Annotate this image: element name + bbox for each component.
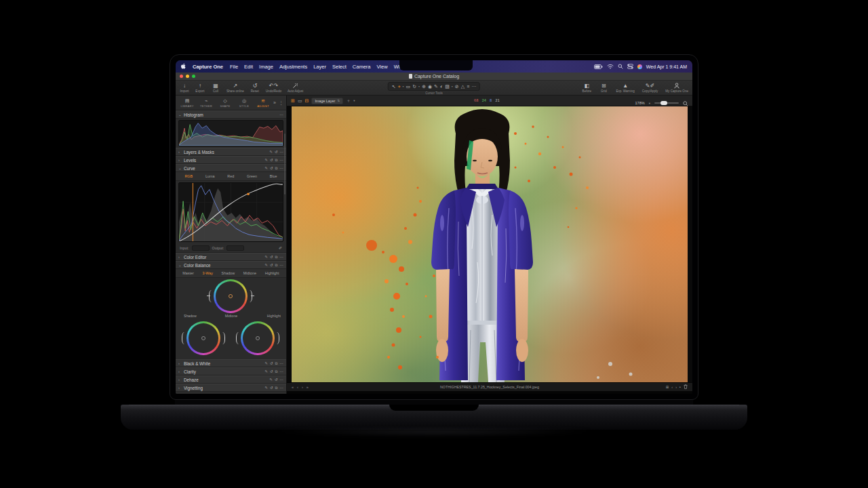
levels-panel-header[interactable]: › Levels ✎ ↺ ⧉ ⋯ bbox=[176, 156, 286, 164]
add-layer-button[interactable]: ＋ bbox=[346, 98, 351, 104]
compare-icon[interactable]: ‹ bbox=[671, 385, 673, 389]
panel-brush-icon[interactable]: ✎ bbox=[264, 166, 268, 171]
export-button[interactable]: ↑ Export bbox=[195, 83, 205, 93]
panel-brush-icon[interactable]: ✎ bbox=[264, 386, 268, 390]
import-button[interactable]: ↓ Import bbox=[180, 83, 189, 93]
menu-app-name[interactable]: Capture One bbox=[193, 64, 223, 70]
panel-brush-icon[interactable]: ✎ bbox=[264, 369, 268, 374]
rating-icon[interactable]: ▪ bbox=[679, 385, 681, 389]
annotate-tool-icon[interactable]: ≡ bbox=[467, 83, 469, 89]
panel-copy-icon[interactable]: ⧉ bbox=[275, 263, 278, 268]
last-image-icon[interactable]: » bbox=[307, 385, 309, 389]
panel-more-icon[interactable]: ⋯ bbox=[280, 113, 284, 117]
add-layer-caret-icon[interactable]: ▾ bbox=[353, 99, 355, 102]
panel-more-icon[interactable]: ⋯ bbox=[280, 150, 284, 154]
panel-reset-icon[interactable]: ↺ bbox=[270, 361, 273, 366]
proof-view-icon[interactable]: ⊟ bbox=[305, 97, 309, 104]
shadow-color-wheel[interactable] bbox=[186, 321, 220, 355]
tab-style[interactable]: ◎ STYLE bbox=[235, 98, 253, 108]
control-center-icon[interactable] bbox=[627, 64, 633, 69]
highlight-color-wheel[interactable] bbox=[241, 321, 275, 355]
panel-copy-icon[interactable]: ⧉ bbox=[275, 386, 278, 390]
vignetting-panel-header[interactable]: › Vignetting ✎↺⧉⋯ bbox=[176, 384, 286, 392]
curve-panel-header[interactable]: ⌄ Curve ✎ ↺ ⧉ ⋯ bbox=[176, 164, 286, 172]
tab-tether[interactable]: ⌁ TETHER bbox=[197, 98, 215, 108]
panel-reset-icon[interactable]: ↺ bbox=[270, 158, 273, 163]
cull-button[interactable]: ▦ Cull bbox=[211, 83, 220, 93]
first-image-icon[interactable]: « bbox=[292, 385, 294, 389]
erase-mask-tool-icon[interactable]: ◐ bbox=[440, 83, 443, 89]
color-editor-panel-header[interactable]: › Color Editor ✎ ↺ ⧉ ⋯ bbox=[176, 253, 286, 261]
reset-button[interactable]: ↺ Reset bbox=[250, 83, 260, 93]
panel-reset-icon[interactable]: ↺ bbox=[270, 166, 273, 171]
rotate-tool-icon[interactable]: ↻ bbox=[412, 83, 416, 89]
curve-tab-red[interactable]: Red bbox=[227, 174, 234, 178]
menu-edit[interactable]: Edit bbox=[244, 64, 253, 70]
panel-brush-icon[interactable]: ✎ bbox=[264, 263, 268, 268]
copy-apply-button[interactable]: ✎✐ Copy/Apply bbox=[642, 83, 658, 93]
zoom-slider[interactable] bbox=[654, 102, 679, 104]
curve-tab-green[interactable]: Green bbox=[247, 174, 257, 178]
panel-more-icon[interactable]: ⋯ bbox=[280, 369, 284, 374]
curve-output-field[interactable] bbox=[226, 245, 244, 251]
pick-color-tool-icon[interactable]: △ bbox=[461, 83, 465, 89]
battery-icon[interactable] bbox=[594, 64, 603, 69]
prev-image-icon[interactable]: ‹ bbox=[297, 385, 298, 389]
curve-point-picker-icon[interactable]: ✐ bbox=[279, 245, 282, 250]
panel-brush-icon[interactable]: ✎ bbox=[269, 150, 273, 154]
cb-tab-master[interactable]: Master bbox=[182, 271, 193, 275]
wheel-center-marker[interactable] bbox=[201, 336, 205, 340]
spot-tool-icon[interactable]: ◉ bbox=[428, 83, 432, 89]
tab-options-icon[interactable]: ⋮ bbox=[279, 100, 283, 106]
menu-bar-clock[interactable]: Wed Apr 1 9:41 AM bbox=[646, 64, 687, 69]
tab-adjust[interactable]: ≋ ADJUST bbox=[254, 98, 272, 108]
auto-adjust-button[interactable]: Auto Adjust bbox=[288, 83, 303, 93]
trash-icon[interactable] bbox=[684, 384, 688, 390]
panel-reset-icon[interactable]: ↺ bbox=[275, 150, 278, 154]
select-tool-icon[interactable]: ↖ bbox=[392, 83, 396, 89]
my-capture-one-button[interactable]: My Capture One bbox=[665, 83, 688, 93]
panel-copy-icon[interactable]: ⧉ bbox=[275, 255, 278, 260]
menu-image[interactable]: Image bbox=[259, 64, 273, 70]
panel-more-icon[interactable]: ⋯ bbox=[280, 378, 284, 382]
panel-more-icon[interactable]: ⋯ bbox=[280, 166, 284, 171]
cb-tab-3way[interactable]: 3-Way bbox=[203, 271, 213, 275]
share-online-button[interactable]: ↗ Share online bbox=[226, 83, 244, 93]
panel-copy-icon[interactable]: ⧉ bbox=[275, 361, 278, 366]
compare-next-icon[interactable]: › bbox=[675, 385, 677, 389]
radial-mask-tool-icon[interactable]: ⊘ bbox=[455, 83, 459, 89]
dehaze-panel-header[interactable]: › Dehaze ✎↺⋯ bbox=[176, 375, 286, 384]
zoom-caret-icon[interactable]: ▾ bbox=[649, 102, 650, 105]
more-tabs-chevron-icon[interactable]: » bbox=[273, 100, 276, 106]
panel-more-icon[interactable]: ⋯ bbox=[280, 255, 284, 260]
more-tools-icon[interactable]: ⋯ bbox=[471, 83, 476, 89]
panel-brush-icon[interactable]: ✎ bbox=[264, 158, 268, 163]
panel-more-icon[interactable]: ⋯ bbox=[280, 386, 284, 390]
curve-input-field[interactable] bbox=[192, 245, 210, 251]
zoom-level-dropdown[interactable]: 178% bbox=[635, 101, 644, 105]
zoom-slider-thumb[interactable] bbox=[660, 101, 667, 105]
menu-file[interactable]: File bbox=[230, 64, 238, 70]
viewer-canvas[interactable] bbox=[287, 106, 692, 382]
undo-redo-button[interactable]: ↶↷ Undo/Redo bbox=[266, 83, 281, 93]
cb-tab-midtone[interactable]: Midtone bbox=[243, 271, 256, 275]
curve-graph[interactable] bbox=[176, 181, 286, 243]
menu-camera[interactable]: Camera bbox=[353, 64, 371, 70]
wifi-icon[interactable] bbox=[607, 64, 614, 69]
zoom-tool-icon[interactable]: ⊕ bbox=[422, 83, 426, 89]
histogram-panel-header[interactable]: ⌄ Histogram ⋯ bbox=[176, 110, 286, 119]
curve-tab-luma[interactable]: Luma bbox=[205, 174, 215, 178]
spotlight-search-icon[interactable] bbox=[618, 64, 623, 69]
panel-reset-icon[interactable]: ↺ bbox=[270, 263, 273, 268]
menu-adjustments[interactable]: Adjustments bbox=[279, 64, 307, 70]
black-white-panel-header[interactable]: › Black & White ✎↺⧉⋯ bbox=[176, 359, 286, 367]
menu-select[interactable]: Select bbox=[332, 64, 347, 70]
curve-tab-rgb[interactable]: RGB bbox=[184, 174, 193, 178]
panel-copy-icon[interactable]: ⧉ bbox=[275, 158, 278, 163]
wheel-center-marker[interactable] bbox=[256, 336, 260, 340]
exposure-warning-button[interactable]: ▲ Exp. Warning bbox=[616, 83, 634, 93]
panel-reset-icon[interactable]: ↺ bbox=[275, 378, 278, 382]
panel-brush-icon[interactable]: ✎ bbox=[264, 255, 268, 260]
panel-copy-icon[interactable]: ⧉ bbox=[275, 369, 278, 374]
next-image-icon[interactable]: › bbox=[302, 385, 303, 389]
